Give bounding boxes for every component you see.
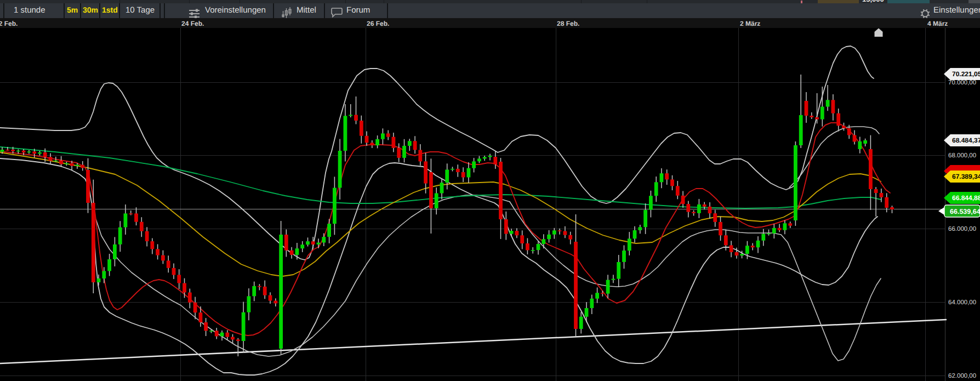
svg-text:68.000,00: 68.000,00: [948, 152, 976, 159]
svg-text:70.221,05: 70.221,05: [952, 70, 980, 78]
svg-text:66.539,64: 66.539,64: [950, 208, 980, 215]
svg-text:68.484,37: 68.484,37: [952, 137, 980, 144]
svg-text:70.000,00: 70.000,00: [948, 79, 976, 86]
svg-text:67.389,34: 67.389,34: [952, 173, 980, 180]
svg-text:62.000,00: 62.000,00: [948, 373, 976, 379]
svg-text:66.000,00: 66.000,00: [948, 226, 976, 232]
svg-text:64.000,00: 64.000,00: [948, 299, 976, 306]
svg-text:66.844,88: 66.844,88: [952, 194, 980, 202]
